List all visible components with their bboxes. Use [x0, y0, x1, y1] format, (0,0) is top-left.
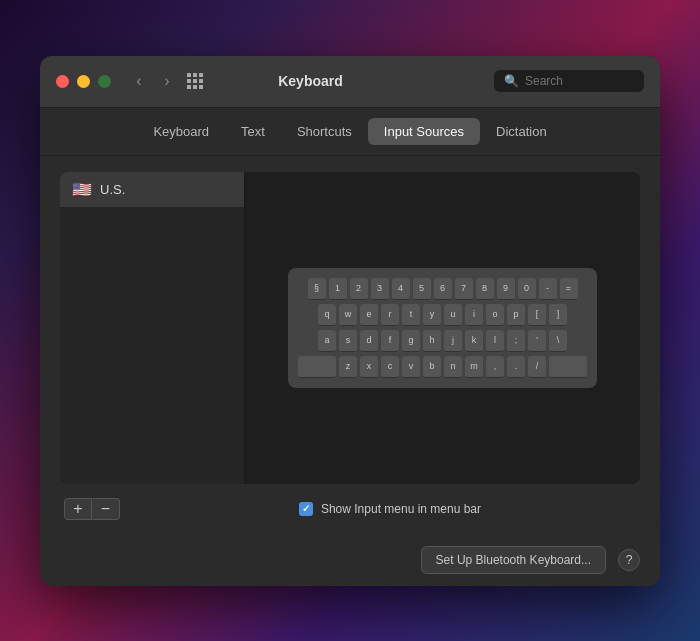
- main-window: ‹ › Keyboard 🔍 Keyboard Text Shortcuts I…: [40, 56, 660, 586]
- sidebar-item-us[interactable]: 🇺🇸 U.S.: [60, 172, 244, 207]
- key-2: 2: [350, 278, 368, 300]
- key-y: y: [423, 304, 441, 326]
- key-n: n: [444, 356, 462, 378]
- sidebar: 🇺🇸 U.S.: [60, 172, 245, 484]
- checkmark-icon: ✓: [302, 503, 310, 514]
- key-a: a: [318, 330, 336, 352]
- key-m: m: [465, 356, 483, 378]
- key-row-4: z x c v b n m , . /: [298, 356, 587, 378]
- tab-input-sources[interactable]: Input Sources: [368, 118, 480, 145]
- key-p: p: [507, 304, 525, 326]
- key-equals: =: [560, 278, 578, 300]
- key-w: w: [339, 304, 357, 326]
- key-7: 7: [455, 278, 473, 300]
- key-i: i: [465, 304, 483, 326]
- keyboard-preview-area: § 1 2 3 4 5 6 7 8 9 0 - =: [245, 172, 640, 484]
- key-d: d: [360, 330, 378, 352]
- tab-dictation[interactable]: Dictation: [480, 118, 563, 145]
- key-shift-hint: [298, 356, 336, 378]
- key-s: s: [339, 330, 357, 352]
- key-minus: -: [539, 278, 557, 300]
- key-o: o: [486, 304, 504, 326]
- search-input[interactable]: [525, 74, 634, 88]
- key-6: 6: [434, 278, 452, 300]
- key-backslash: \: [549, 330, 567, 352]
- bottom-bar: + − ✓ Show Input menu in menu bar: [60, 484, 640, 534]
- key-k: k: [465, 330, 483, 352]
- key-quote: ': [528, 330, 546, 352]
- key-4: 4: [392, 278, 410, 300]
- content-area: 🇺🇸 U.S. § 1 2 3 4 5 6 7: [40, 156, 660, 534]
- key-rbracket: ]: [549, 304, 567, 326]
- titlebar: ‹ › Keyboard 🔍: [40, 56, 660, 108]
- key-1: 1: [329, 278, 347, 300]
- key-x: x: [360, 356, 378, 378]
- key-c: c: [381, 356, 399, 378]
- key-0: 0: [518, 278, 536, 300]
- keyboard-visual: § 1 2 3 4 5 6 7 8 9 0 - =: [288, 268, 597, 388]
- footer: Set Up Bluetooth Keyboard... ?: [40, 534, 660, 586]
- tab-keyboard[interactable]: Keyboard: [137, 118, 225, 145]
- show-input-menu-checkbox[interactable]: ✓: [299, 502, 313, 516]
- sidebar-item-label: U.S.: [100, 182, 125, 197]
- traffic-lights: [56, 75, 111, 88]
- tab-text[interactable]: Text: [225, 118, 281, 145]
- main-panel: 🇺🇸 U.S. § 1 2 3 4 5 6 7: [60, 172, 640, 484]
- remove-source-button[interactable]: −: [92, 498, 120, 520]
- key-section: §: [308, 278, 326, 300]
- key-lbracket: [: [528, 304, 546, 326]
- key-row-3: a s d f g h j k l ; ' \: [298, 330, 587, 352]
- window-title: Keyboard: [127, 73, 494, 89]
- key-row-2: q w e r t y u i o p [ ]: [298, 304, 587, 326]
- key-period: .: [507, 356, 525, 378]
- us-flag-icon: 🇺🇸: [72, 180, 92, 199]
- key-row-1: § 1 2 3 4 5 6 7 8 9 0 - =: [298, 278, 587, 300]
- key-8: 8: [476, 278, 494, 300]
- key-shift-right: [549, 356, 587, 378]
- key-e: e: [360, 304, 378, 326]
- search-icon: 🔍: [504, 74, 519, 88]
- key-9: 9: [497, 278, 515, 300]
- key-t: t: [402, 304, 420, 326]
- tab-shortcuts[interactable]: Shortcuts: [281, 118, 368, 145]
- key-u: u: [444, 304, 462, 326]
- key-q: q: [318, 304, 336, 326]
- key-3: 3: [371, 278, 389, 300]
- tabbar: Keyboard Text Shortcuts Input Sources Di…: [40, 108, 660, 156]
- setup-bluetooth-button[interactable]: Set Up Bluetooth Keyboard...: [421, 546, 606, 574]
- key-semicolon: ;: [507, 330, 525, 352]
- checkbox-row: ✓ Show Input menu in menu bar: [144, 502, 636, 516]
- key-j: j: [444, 330, 462, 352]
- key-slash: /: [528, 356, 546, 378]
- checkbox-label: Show Input menu in menu bar: [321, 502, 481, 516]
- add-remove-buttons: + −: [64, 498, 120, 520]
- key-r: r: [381, 304, 399, 326]
- key-h: h: [423, 330, 441, 352]
- key-z: z: [339, 356, 357, 378]
- close-button[interactable]: [56, 75, 69, 88]
- key-b: b: [423, 356, 441, 378]
- search-box[interactable]: 🔍: [494, 70, 644, 92]
- add-source-button[interactable]: +: [64, 498, 92, 520]
- key-f: f: [381, 330, 399, 352]
- key-5: 5: [413, 278, 431, 300]
- help-button[interactable]: ?: [618, 549, 640, 571]
- minimize-button[interactable]: [77, 75, 90, 88]
- key-v: v: [402, 356, 420, 378]
- key-g: g: [402, 330, 420, 352]
- key-l: l: [486, 330, 504, 352]
- key-comma: ,: [486, 356, 504, 378]
- maximize-button[interactable]: [98, 75, 111, 88]
